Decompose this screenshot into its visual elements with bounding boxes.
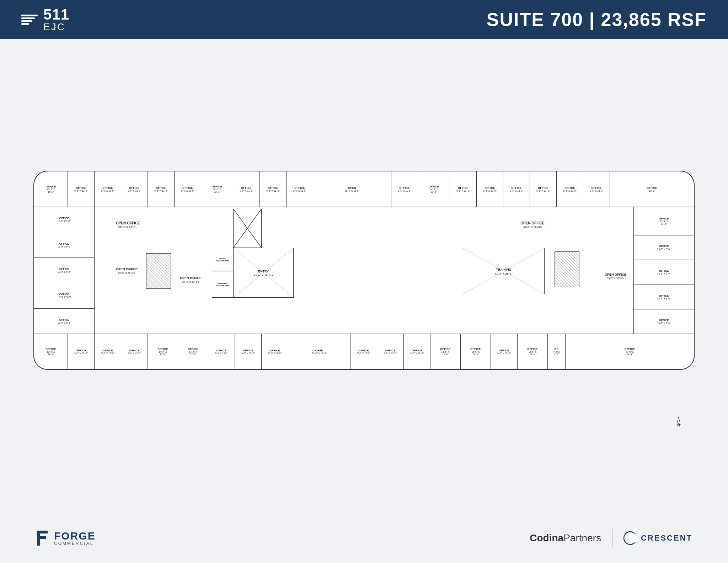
- north-arrow: N: [673, 416, 684, 427]
- bot-office-1: OFFICE 13'-9" X18'-9": [34, 334, 68, 369]
- left-office-4: OFFICE 13'-9" X 9'-6": [34, 283, 94, 308]
- bottom-row-offices: OFFICE 13'-9" X18'-9" OFFICE 9'-6" X 13'…: [34, 334, 694, 369]
- mens-restroom: MENSRESTROOM: [212, 248, 233, 271]
- bot-office-7: OFFICE 9'-6" X 13'-0": [208, 334, 235, 369]
- svg-point-14: [627, 533, 637, 543]
- right-office-2: OFFICE 13'-9" X 9'-6": [634, 235, 694, 260]
- top-office-16: OFFICE 9'-6" X 13'-0": [530, 171, 557, 207]
- stair-left: [146, 253, 171, 289]
- bot-office-16: OFFICE 14'-6" X13'-9": [518, 334, 548, 369]
- top-office-10: OFFICE 9'-6" X 11'-0": [287, 171, 313, 207]
- crescent-icon: [623, 531, 637, 545]
- bot-office-14: OFFICE 14'-6" X13'-9": [461, 334, 491, 369]
- top-office-11: OFFICE 9'-6" X 11'-6": [391, 171, 418, 207]
- middle-section: OFFICE 13'-9" X 9'-6" OFFICE 13'-9" X 9'…: [34, 207, 694, 334]
- bot-office-10: OFFICE 9'-6" X 12'-0": [350, 334, 377, 369]
- top-row-offices: OFFICE 13'-9" X15'-8" OFFICE 9'-6" X 13'…: [34, 171, 694, 207]
- right-logos: CodinaPartners CRESCENT: [530, 529, 692, 547]
- logo-divider: [612, 529, 612, 547]
- crescent-text: CRESCENT: [641, 533, 692, 543]
- svg-rect-9: [37, 531, 40, 546]
- open-office-right2-label: OPEN OFFICE 39'-6" X 33'-6"±: [605, 273, 626, 280]
- bot-office-15: OFFICE 9'-6" X 13'-0": [491, 334, 518, 369]
- bot-open-1: OPEN 29'-6" X 14'-0": [288, 334, 350, 369]
- left-office-2: OFFICE 13'-9" X 9'-0": [34, 232, 94, 257]
- bot-office-5: OFFICE 14'-6" X13'-9": [148, 334, 178, 369]
- crescent-logo: CRESCENT: [623, 531, 692, 545]
- suite-title: SUITE 700 | 23,865 RSF: [487, 9, 707, 30]
- svg-rect-10: [40, 531, 48, 533]
- bot-office-3: OFFICE 9'-6" X 13'-0": [95, 334, 121, 369]
- right-office-4: OFFICE 18'-9" X 9'-6": [634, 285, 694, 309]
- svg-text:N: N: [677, 423, 680, 427]
- floorplan-wrapper: OFFICE 13'-9" X15'-8" OFFICE 9'-6" X 13'…: [23, 46, 705, 494]
- entry-box: ENTRY 32'-0" X 29'-6"±: [233, 248, 294, 298]
- forge-logo: FORGE COMMERCIAL: [36, 529, 96, 547]
- top-office-13: OFFICE 9'-6" X 13'-0": [450, 171, 477, 207]
- right-column: OFFICE 22'-9" X14'-6" OFFICE 13'-9" X 9'…: [633, 207, 694, 334]
- open-office-center-label: OPEN OFFICE 36'-3" X 33'-6"±: [180, 276, 202, 283]
- center-area: OPEN OFFICE 94'-9" X 26'-0"± OPEN OFFICE…: [95, 207, 633, 334]
- bot-office-9: OFFICE 9'-6" X 13'-0": [262, 334, 288, 369]
- left-office-5: OFFICE 13'-9" X 9'-6": [34, 309, 94, 334]
- top-office-17: OFFICE 9'-6" X 13'-0": [557, 171, 583, 207]
- top-office-6: OFFICE 9'-6" X 13'-0": [175, 171, 201, 207]
- svg-rect-11: [40, 536, 46, 539]
- top-office-1: OFFICE 13'-9" X15'-8": [34, 171, 68, 207]
- left-office-1: OFFICE 13'-9" X 9'-6": [34, 207, 94, 232]
- bot-office-4: OFFICE 9'-6" X 13'-0": [121, 334, 148, 369]
- top-office-2: OFFICE 9'-6" X 13'-0": [68, 171, 95, 207]
- header: 511 EJC SUITE 700 | 23,865 RSF: [0, 0, 728, 39]
- top-office-3: OFFICE 9'-6" X 13'-0": [95, 171, 121, 207]
- top-office-5: OFFICE 9'-6" X 13'-0": [148, 171, 175, 207]
- elevator-box: ELEVATORLOBBY: [233, 209, 262, 248]
- top-office-12: OFFICE 14'-6" X13'-9": [418, 171, 450, 207]
- open-office-left2-label: OPEN OFFICE 29'-9" X 25'-3"±: [116, 267, 138, 275]
- stair-right: [555, 251, 579, 287]
- floorplan: OFFICE 13'-9" X15'-8" OFFICE 9'-6" X 13'…: [33, 171, 695, 370]
- bot-office-13: OFFICE 14'-6" X13'-9": [430, 334, 461, 369]
- top-office-8: OFFICE 9'-6" X 11'-6": [233, 171, 260, 207]
- codina-partners-logo: CodinaPartners: [530, 532, 601, 544]
- top-office-4: OFFICE 9'-6" X 13'-0": [121, 171, 148, 207]
- open-office-right-label: OPEN OFFICE 90'-0" X 26'-0"±: [520, 221, 545, 229]
- top-office-15: OFFICE 9'-6" X 13'-0": [503, 171, 530, 207]
- bot-office-8: OFFICE 9'-6" X 13'-0": [235, 334, 262, 369]
- bot-office-6: OFFICE 14'-6" X13'-9": [178, 334, 208, 369]
- open-office-left-label: OPEN OFFICE 94'-9" X 26'-0"±: [116, 221, 140, 229]
- left-column: OFFICE 13'-9" X 9'-6" OFFICE 13'-9" X 9'…: [34, 207, 95, 334]
- main-content: OFFICE 13'-9" X15'-8" OFFICE 9'-6" X 13'…: [0, 39, 728, 563]
- bot-office-11: OFFICE 9'-6" X 13'-0": [377, 334, 404, 369]
- top-office-18: OFFICE 9'-6" X 13'-0": [583, 171, 610, 207]
- footer: FORGE COMMERCIAL CodinaPartners CRESCENT: [14, 524, 714, 552]
- logo-area: 511 EJC: [21, 7, 69, 32]
- right-office-5: OFFICE 15'-9" X 9'-6": [634, 309, 694, 334]
- top-office-14: OFFICE 9'-6" X 13'-0": [477, 171, 503, 207]
- bot-office-17: OFFICE 20'-9" X18'-9": [566, 334, 694, 369]
- training-room: TRAINING 41'-1" X 28'-3": [463, 248, 545, 294]
- logo-number: 511: [43, 7, 69, 22]
- bot-rr: RR 4'-6" X9'-0": [548, 334, 566, 369]
- right-office-3: OFFICE 13'-9" X 9'-6": [634, 260, 694, 285]
- forge-text: FORGE COMMERCIAL: [54, 531, 96, 546]
- left-office-3: OFFICE 13'-9" X 9'-6": [34, 258, 94, 283]
- right-office-1: OFFICE 22'-9" X14'-6": [634, 207, 694, 235]
- top-office-9: OFFICE 9'-6" X 11'-6": [260, 171, 287, 207]
- building-icon: [21, 15, 38, 25]
- top-office-7: OFFICE 14'-6" X13'-9": [201, 171, 233, 207]
- top-office-19: OFFICE 13'-9": [610, 171, 694, 207]
- forge-icon: [36, 529, 49, 547]
- logo-sub: EJC: [43, 22, 69, 32]
- bot-office-12: OFFICE 9'-6" X 13'-0": [404, 334, 430, 369]
- womens-restroom: WOMEN'SRESTROOM: [212, 271, 233, 298]
- top-open-1: OPEN 39'-6" X 11'-9": [313, 171, 391, 207]
- bot-office-2: OFFICE 9'-6" X 13'-0": [68, 334, 95, 369]
